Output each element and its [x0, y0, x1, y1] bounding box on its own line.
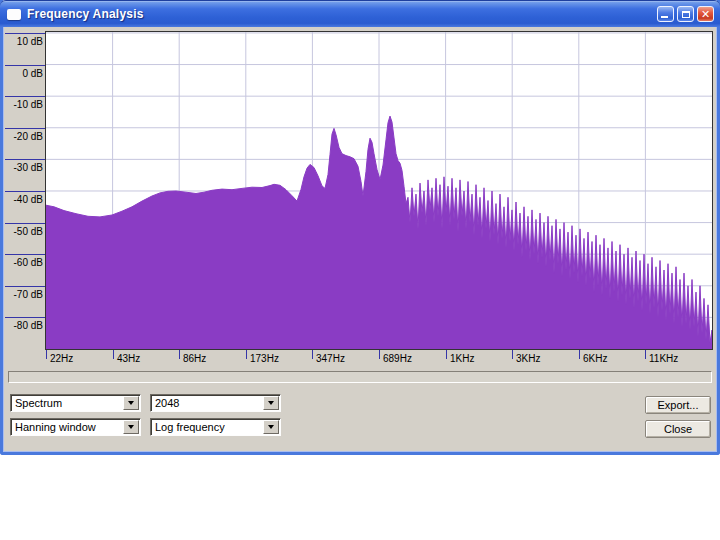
function-dropdown-button[interactable]	[123, 420, 139, 434]
frequency-tick-label: 22Hz	[50, 353, 73, 364]
chevron-down-icon	[128, 401, 134, 405]
close-dialog-button[interactable]: Close	[645, 420, 711, 438]
db-tick	[5, 286, 46, 287]
frequency-tick	[113, 350, 114, 359]
db-tick	[5, 96, 46, 97]
db-axis: 10 dB0 dB-10 dB-20 dB-30 dB-40 dB-50 dB-…	[5, 32, 46, 349]
frequency-tick	[645, 350, 646, 359]
minimize-icon	[661, 16, 668, 18]
algorithm-select-value: Spectrum	[11, 397, 123, 409]
frequency-tick-label: 43Hz	[117, 353, 140, 364]
db-tick	[5, 223, 46, 224]
window-title: Frequency Analysis	[27, 7, 654, 21]
export-button[interactable]: Export...	[645, 396, 711, 414]
close-icon: ✕	[701, 9, 710, 20]
algorithm-dropdown-button[interactable]	[123, 396, 139, 410]
algorithm-select[interactable]: Spectrum	[10, 394, 141, 412]
db-tick	[5, 159, 46, 160]
db-tick-label: 0 dB	[5, 68, 43, 79]
screen: Frequency Analysis ✕ 10 dB0 dB-10 dB-20 …	[0, 0, 720, 540]
axis-dropdown-button[interactable]	[263, 420, 279, 434]
db-tick-label: -10 dB	[5, 99, 43, 110]
maximize-icon	[682, 11, 690, 18]
frequency-tick	[512, 350, 513, 359]
frequency-tick	[46, 350, 47, 359]
frequency-tick-label: 3KHz	[516, 353, 540, 364]
titlebar[interactable]: Frequency Analysis ✕	[0, 0, 720, 27]
dialog-body: 10 dB0 dB-10 dB-20 dB-30 dB-40 dB-50 dB-…	[3, 27, 717, 452]
db-tick-label: -20 dB	[5, 131, 43, 142]
window-function-select[interactable]: Hanning window	[10, 418, 141, 436]
db-tick-label: 10 dB	[5, 36, 43, 47]
size-select-value: 2048	[151, 397, 263, 409]
chevron-down-icon	[128, 425, 134, 429]
frequency-tick-label: 86Hz	[183, 353, 206, 364]
frequency-tick	[312, 350, 313, 359]
frequency-tick-label: 173Hz	[250, 353, 279, 364]
window-icon	[7, 9, 21, 20]
frequency-tick	[179, 350, 180, 359]
size-dropdown-button[interactable]	[263, 396, 279, 410]
frequency-tick	[379, 350, 380, 359]
db-tick	[5, 65, 46, 66]
db-tick	[5, 317, 46, 318]
frequency-tick-label: 6KHz	[583, 353, 607, 364]
close-button[interactable]: ✕	[697, 6, 714, 22]
db-tick-label: -30 dB	[5, 162, 43, 173]
frequency-tick	[246, 350, 247, 359]
db-tick-label: -60 dB	[5, 257, 43, 268]
db-tick	[5, 191, 46, 192]
db-tick	[5, 254, 46, 255]
db-tick-label: -40 dB	[5, 194, 43, 205]
frequency-analysis-window: Frequency Analysis ✕ 10 dB0 dB-10 dB-20 …	[0, 0, 720, 455]
frequency-tick	[579, 350, 580, 359]
size-select[interactable]: 2048	[150, 394, 281, 412]
chevron-down-icon	[268, 425, 274, 429]
status-bar	[8, 371, 712, 383]
db-tick-label: -50 dB	[5, 226, 43, 237]
frequency-tick	[446, 350, 447, 359]
maximize-button[interactable]	[677, 6, 694, 22]
frequency-tick-label: 11KHz	[649, 353, 678, 364]
frequency-tick-label: 689Hz	[383, 353, 412, 364]
db-tick	[5, 33, 46, 34]
spectrum-chart	[46, 32, 712, 349]
frequency-tick-label: 347Hz	[316, 353, 345, 364]
db-tick-label: -70 dB	[5, 289, 43, 300]
minimize-button[interactable]	[657, 6, 674, 22]
frequency-axis: 22Hz43Hz86Hz173Hz347Hz689Hz1KHz3KHz6KHz1…	[46, 350, 716, 367]
window-function-select-value: Hanning window	[11, 421, 123, 433]
chevron-down-icon	[268, 401, 274, 405]
axis-select-value: Log frequency	[151, 421, 263, 433]
db-tick-label: -80 dB	[5, 320, 43, 331]
spectrum-plot	[46, 32, 712, 349]
db-tick	[5, 128, 46, 129]
frequency-tick-label: 1KHz	[450, 353, 474, 364]
axis-select[interactable]: Log frequency	[150, 418, 281, 436]
